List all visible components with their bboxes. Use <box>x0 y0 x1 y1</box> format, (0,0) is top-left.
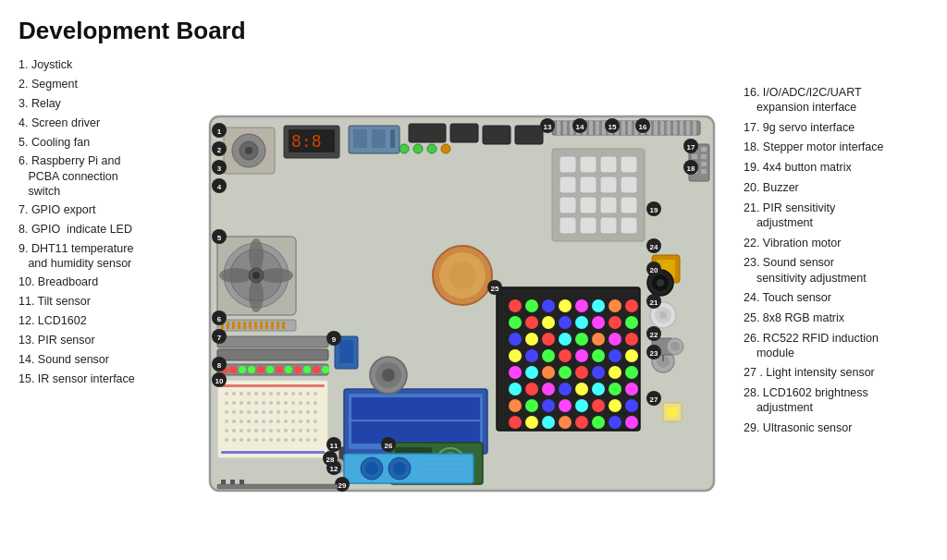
svg-point-220 <box>625 333 638 346</box>
svg-point-235 <box>609 366 621 379</box>
svg-point-74 <box>249 279 264 312</box>
svg-text:22: 22 <box>650 331 658 339</box>
svg-rect-57 <box>600 197 617 213</box>
svg-point-181 <box>262 438 265 442</box>
svg-point-115 <box>254 392 258 396</box>
svg-rect-110 <box>221 451 325 454</box>
label-28: 28. LCD1602 brightness adjustment <box>744 384 929 417</box>
svg-point-226 <box>592 349 605 362</box>
svg-point-258 <box>592 416 605 429</box>
svg-rect-42 <box>701 147 707 152</box>
svg-rect-26 <box>628 121 632 135</box>
svg-point-237 <box>509 383 522 396</box>
svg-point-207 <box>542 316 555 329</box>
svg-rect-17 <box>570 121 573 135</box>
page-title: Development Board <box>18 17 929 45</box>
svg-point-171 <box>284 429 288 432</box>
label-20: 20. Buzzer <box>744 179 929 197</box>
svg-point-172 <box>291 429 295 432</box>
svg-rect-86 <box>260 322 263 329</box>
svg-point-67 <box>427 144 437 153</box>
label-22: 22. Vibration motor <box>744 235 929 252</box>
label-18: 18. Stepper motor interface <box>744 139 929 156</box>
svg-rect-92 <box>217 349 328 360</box>
svg-point-118 <box>277 392 280 396</box>
label-21: 21. PIR sensitivity adjustment <box>744 200 929 232</box>
label-7: 7. GPIO export <box>18 201 180 219</box>
svg-rect-31 <box>660 121 664 135</box>
svg-rect-83 <box>243 322 246 329</box>
svg-point-239 <box>542 383 555 396</box>
svg-text:20: 20 <box>650 266 658 274</box>
svg-point-143 <box>269 410 273 414</box>
svg-point-123 <box>314 392 317 396</box>
svg-point-163 <box>225 429 228 432</box>
svg-rect-36 <box>693 121 696 135</box>
svg-rect-33 <box>673 121 677 135</box>
svg-point-75 <box>219 268 252 283</box>
svg-rect-22 <box>602 121 606 135</box>
svg-rect-82 <box>238 322 240 329</box>
svg-point-100 <box>276 366 283 373</box>
svg-point-147 <box>299 410 302 414</box>
label-8: 8. GPIO indicate LED <box>18 221 180 238</box>
svg-rect-54 <box>621 177 637 193</box>
svg-point-200 <box>559 299 572 312</box>
label-1: 1. Joystick <box>18 56 180 74</box>
svg-text:25: 25 <box>491 285 499 293</box>
svg-rect-30 <box>654 121 658 135</box>
svg-point-124 <box>225 401 228 405</box>
svg-text:13: 13 <box>544 123 552 131</box>
label-17: 17. 9g servo interface <box>744 119 929 137</box>
svg-point-73 <box>260 268 293 283</box>
svg-point-182 <box>269 438 273 442</box>
svg-text:12: 12 <box>330 465 338 473</box>
svg-point-222 <box>525 349 538 362</box>
svg-point-128 <box>254 401 258 405</box>
svg-point-131 <box>277 401 280 405</box>
svg-text:9: 9 <box>332 335 337 344</box>
svg-text:8: 8 <box>217 361 222 370</box>
svg-point-77 <box>252 272 260 279</box>
svg-point-154 <box>254 420 258 423</box>
svg-point-223 <box>542 349 555 362</box>
svg-point-113 <box>240 392 243 396</box>
svg-point-156 <box>269 420 273 423</box>
svg-text:5: 5 <box>217 234 222 242</box>
svg-point-260 <box>625 416 638 429</box>
svg-point-111 <box>225 392 228 396</box>
svg-rect-87 <box>265 322 268 329</box>
svg-rect-25 <box>621 121 625 135</box>
svg-point-150 <box>225 420 228 423</box>
svg-point-170 <box>277 429 280 432</box>
svg-rect-109 <box>221 384 325 387</box>
svg-text:17: 17 <box>687 143 695 152</box>
svg-point-250 <box>592 399 605 412</box>
svg-rect-11 <box>390 129 395 148</box>
svg-point-272 <box>659 311 667 319</box>
svg-point-218 <box>592 333 605 346</box>
svg-point-4 <box>245 147 252 154</box>
svg-point-127 <box>247 401 251 405</box>
svg-point-286 <box>393 462 406 475</box>
label-24: 24. Touch sensor <box>744 289 929 307</box>
svg-point-247 <box>542 399 555 412</box>
svg-rect-43 <box>701 154 707 159</box>
svg-point-126 <box>240 401 243 405</box>
svg-rect-62 <box>621 217 637 234</box>
svg-point-243 <box>609 383 621 396</box>
board-area: 8:8 <box>184 56 740 551</box>
svg-rect-13 <box>450 124 478 142</box>
svg-point-244 <box>625 383 638 396</box>
svg-point-130 <box>269 401 273 405</box>
svg-point-146 <box>291 410 295 414</box>
svg-point-284 <box>365 462 378 475</box>
svg-point-166 <box>247 429 251 432</box>
label-11: 11. Tilt sensor <box>18 293 180 310</box>
svg-text:6: 6 <box>217 315 222 323</box>
svg-point-199 <box>542 299 555 312</box>
svg-point-151 <box>232 420 236 423</box>
label-15: 15. IR sensor interface <box>18 371 180 388</box>
svg-text:15: 15 <box>609 123 617 131</box>
svg-point-153 <box>247 420 251 423</box>
